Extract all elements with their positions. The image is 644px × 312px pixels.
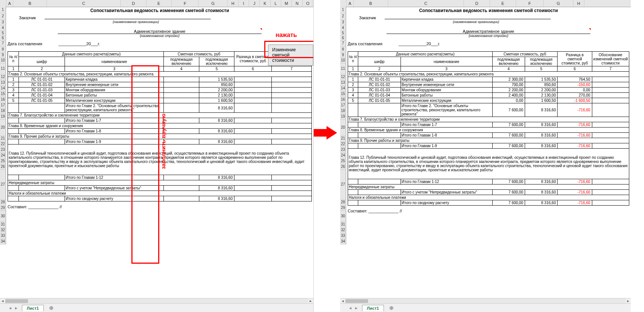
row-header[interactable]: 25 xyxy=(0,158,6,164)
row-header[interactable]: 13 xyxy=(340,80,346,86)
col-O[interactable]: O xyxy=(303,0,313,7)
date-value[interactable]: ____________20___г. xyxy=(59,41,100,46)
col-M[interactable]: M xyxy=(281,0,292,7)
row-header[interactable]: 6 xyxy=(0,36,6,41)
row-header[interactable]: 8 xyxy=(0,46,6,53)
col-C[interactable]: C xyxy=(47,0,121,7)
row-header[interactable]: 8 xyxy=(340,46,346,53)
recalc-button[interactable]: Изменение сметной стоимости xyxy=(268,45,313,66)
row-header[interactable]: 14 xyxy=(0,86,6,91)
col-E[interactable]: E xyxy=(146,0,172,7)
row-header[interactable]: 23 xyxy=(340,147,346,153)
row-header[interactable]: 15 xyxy=(0,91,6,97)
col-A[interactable]: A xyxy=(6,0,14,7)
row-header[interactable]: 33 xyxy=(340,233,346,239)
worksheet-area[interactable]: Сопоставительная ведомость изменения сме… xyxy=(346,8,631,213)
scroll-left-icon[interactable]: ◄ xyxy=(0,298,5,304)
row-header[interactable]: 1 xyxy=(0,7,6,13)
row-header[interactable]: 3 xyxy=(340,20,346,25)
row-header[interactable]: 31 xyxy=(340,222,346,227)
col-D[interactable]: D xyxy=(121,0,146,7)
table-row[interactable]: 1ЛС 01-01-01Кирпичная кладка2 300,001 53… xyxy=(348,77,629,82)
row-header[interactable]: 19 xyxy=(0,114,6,120)
row-header[interactable]: 7 xyxy=(340,41,346,46)
row-header[interactable]: 28 xyxy=(340,200,346,205)
table-row[interactable]: 3ЛС 01-01-03Монтаж оборудования2 200,00 xyxy=(8,88,312,93)
row-header[interactable]: 19 xyxy=(340,114,346,120)
row-header[interactable]: 2 xyxy=(0,13,6,20)
row-header[interactable]: 17 xyxy=(340,103,346,108)
estimate-table-filled[interactable]: № п/п Данные сметного расчета(сметы) Сме… xyxy=(348,51,629,206)
scroll-right-icon[interactable]: ► xyxy=(626,298,631,304)
row-header[interactable]: 14 xyxy=(340,86,346,91)
row-header[interactable]: 7 xyxy=(0,41,6,46)
row-header[interactable]: 12 xyxy=(0,74,6,80)
table-row[interactable]: 4ЛС 01-01-04Бетонные работы2 400,002 130… xyxy=(348,93,629,98)
row-header[interactable]: 30 xyxy=(340,211,346,222)
row-header[interactable]: 22 xyxy=(0,141,6,147)
row-header[interactable]: 30 xyxy=(0,211,6,222)
col-I[interactable]: I xyxy=(239,0,249,7)
row-header[interactable]: 2 xyxy=(340,13,346,20)
estimate-table[interactable]: № п/п Данные сметного расчета(сметы) Сме… xyxy=(8,51,312,201)
row-header[interactable]: 10 xyxy=(0,58,6,63)
tab-nav[interactable]: ◄► xyxy=(8,306,19,310)
col-H[interactable]: H xyxy=(573,0,584,7)
row-header[interactable]: 26 xyxy=(340,164,346,170)
row-header[interactable]: 11 xyxy=(0,63,6,74)
table-row[interactable]: 5ЛС 01-01-05Металлические конструкции0,0… xyxy=(348,98,629,103)
row-header[interactable]: 4 xyxy=(0,25,6,31)
col-H[interactable]: H xyxy=(228,0,238,7)
add-sheet-icon[interactable]: ⊕ xyxy=(387,305,396,311)
row-header[interactable]: 32 xyxy=(0,227,6,233)
row-header[interactable]: 21 xyxy=(0,136,6,141)
row-header[interactable]: 28 xyxy=(0,200,6,205)
col-G[interactable]: G xyxy=(199,0,228,7)
row-header[interactable]: 20 xyxy=(340,120,346,136)
scroll-right-icon[interactable]: ► xyxy=(308,298,313,304)
row-header[interactable]: 34 xyxy=(0,239,6,244)
scroll-left-icon[interactable]: ◄ xyxy=(340,298,345,304)
col-G[interactable]: G xyxy=(544,0,573,7)
row-header[interactable]: 4 xyxy=(340,25,346,31)
row-header[interactable]: 5 xyxy=(0,31,6,36)
hscrollbar[interactable]: ◄ ► xyxy=(0,298,313,304)
table-row[interactable]: 1ЛС 01-01-01Кирпичная кладка1 535,50 xyxy=(8,77,312,82)
col-B[interactable]: B xyxy=(13,0,47,7)
row-header[interactable]: 3 xyxy=(0,20,6,25)
col-K[interactable]: K xyxy=(260,0,270,7)
hscrollbar[interactable]: ◄ ► xyxy=(340,298,631,304)
row-header[interactable]: 11 xyxy=(340,63,346,74)
building-field[interactable]: Административное здание xyxy=(58,29,262,34)
sheet-tab[interactable]: Лист1 xyxy=(22,305,44,311)
row-header[interactable]: 5 xyxy=(340,31,346,36)
row-header[interactable]: 23 xyxy=(0,147,6,153)
row-header[interactable]: 18 xyxy=(0,108,6,114)
comment-marker-icon[interactable] xyxy=(260,28,262,30)
col-D[interactable]: D xyxy=(464,0,490,7)
row-header[interactable]: 9 xyxy=(340,53,346,58)
row-header[interactable]: 12 xyxy=(340,74,346,80)
select-all-triangle[interactable] xyxy=(0,0,6,7)
col-F[interactable]: F xyxy=(172,0,199,7)
row-header[interactable]: 17 xyxy=(0,103,6,108)
select-all-triangle[interactable] xyxy=(340,0,347,7)
table-row[interactable]: 4ЛС 01-01-04Бетонные работы2 130,00 xyxy=(8,93,312,98)
row-header[interactable]: 31 xyxy=(0,222,6,227)
row-header[interactable]: 24 xyxy=(340,153,346,158)
col-F[interactable]: F xyxy=(516,0,544,7)
row-header[interactable]: 21 xyxy=(340,136,346,141)
row-header[interactable]: 6 xyxy=(340,36,346,41)
row-header[interactable]: 16 xyxy=(340,97,346,103)
row-header[interactable]: 34 xyxy=(340,239,346,244)
comment-marker-icon[interactable] xyxy=(589,28,591,30)
row-header[interactable]: 29 xyxy=(0,205,6,211)
row-header[interactable]: 29 xyxy=(340,205,346,211)
sheet-tab[interactable]: Лист1 xyxy=(362,305,384,311)
row-header[interactable]: 27 xyxy=(0,170,6,200)
row-header[interactable]: 25 xyxy=(340,158,346,164)
row-header[interactable]: 13 xyxy=(0,80,6,86)
worksheet-area[interactable]: Сопоставительная ведомость изменения сме… xyxy=(6,8,313,209)
col-C[interactable]: C xyxy=(388,0,464,7)
table-row[interactable]: 5ЛС 01-01-05Металлические конструкции1 6… xyxy=(8,98,312,103)
